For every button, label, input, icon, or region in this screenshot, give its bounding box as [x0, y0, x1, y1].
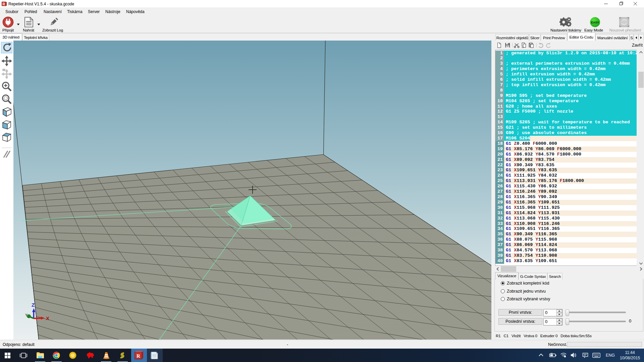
svg-text:EASY: EASY [591, 21, 599, 24]
svg-text:R: R [137, 353, 140, 359]
svg-text:R: R [3, 2, 5, 6]
svg-text:Y: Y [25, 313, 28, 317]
svg-text:Z: Z [32, 302, 35, 308]
svg-text:X: X [46, 315, 49, 321]
